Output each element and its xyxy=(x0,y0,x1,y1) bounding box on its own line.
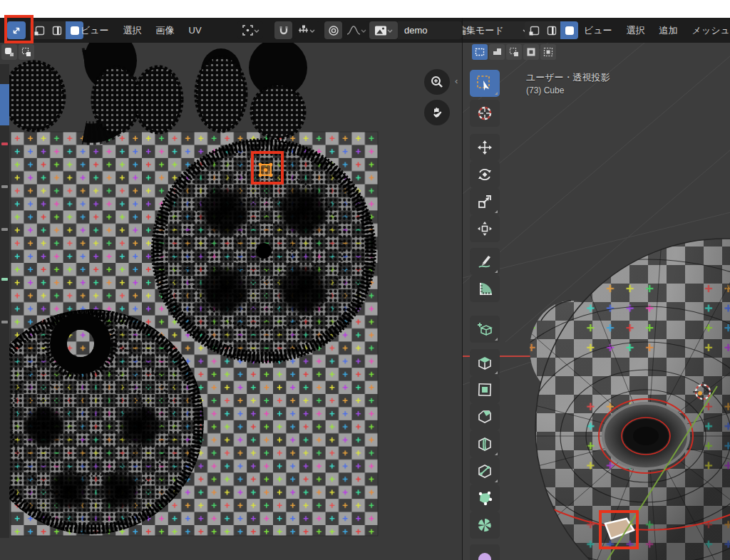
knife-icon xyxy=(476,462,493,479)
magnifier-plus-icon xyxy=(430,75,444,89)
tool-move[interactable] xyxy=(470,134,500,161)
sphere-mesh xyxy=(463,43,730,560)
chevron-down-icon xyxy=(309,28,315,33)
image-browse-dropdown[interactable] xyxy=(369,21,398,39)
pivot-point-icon xyxy=(242,24,254,36)
uv-scene xyxy=(0,43,462,560)
edge-select-icon xyxy=(51,25,63,36)
tool-select-box[interactable] xyxy=(470,70,500,97)
mesh-select-mode-face[interactable] xyxy=(560,21,578,39)
select-option-subtract[interactable] xyxy=(506,44,522,60)
inset-faces-icon xyxy=(476,381,493,398)
select-option-intersect[interactable] xyxy=(540,44,556,60)
object-label: (73) Cube xyxy=(526,85,564,95)
box-set-icon xyxy=(475,47,485,57)
viewport-header: 編集モード ビュー 選択 追加 メッシュ xyxy=(462,18,730,43)
annotation-box-sync-button xyxy=(4,15,34,43)
concentric-circles-icon xyxy=(328,25,339,36)
tool-rotate[interactable] xyxy=(470,161,500,188)
uv-island-disc-bottom xyxy=(0,309,204,534)
annotation-box-3d-face xyxy=(599,510,639,549)
hand-icon xyxy=(431,106,443,119)
mesh-select-mode-vertex[interactable] xyxy=(525,21,543,39)
tool-extrude-region[interactable] xyxy=(470,349,500,376)
viewport-menu-view[interactable]: ビュー xyxy=(577,18,620,43)
measure-icon xyxy=(476,280,493,297)
falloff-dropdown[interactable] xyxy=(343,21,369,39)
tool-add-cube[interactable] xyxy=(470,316,500,343)
proportional-editing-toggle[interactable] xyxy=(324,21,342,39)
annotation-box-uv-face xyxy=(251,151,284,185)
uv-menu-image[interactable]: 画像 xyxy=(149,18,182,43)
tool-cursor[interactable] xyxy=(470,100,500,127)
image-name-field[interactable]: demo xyxy=(398,21,462,39)
snapping-toggle[interactable] xyxy=(274,21,292,39)
pivot-point-dropdown[interactable] xyxy=(237,21,263,39)
uv-editor-canvas[interactable]: ‹ xyxy=(0,43,462,560)
tool-poly-build[interactable] xyxy=(470,484,500,512)
uv-toolbar-clipped[interactable] xyxy=(0,64,9,538)
top-margin xyxy=(0,0,730,18)
annotate-pencil-icon xyxy=(476,253,493,270)
uv-editor-header: ビュー 選択 画像 UV xyxy=(0,18,462,43)
mode-label: 編集モード xyxy=(462,21,504,39)
bevel-icon xyxy=(476,408,493,425)
bell-curve-icon xyxy=(346,25,361,36)
poly-build-icon xyxy=(476,489,493,507)
uv-active-tool-sliver xyxy=(0,84,9,125)
tool-inset-faces[interactable] xyxy=(470,376,500,403)
tool-knife[interactable] xyxy=(470,457,500,484)
collapse-sidebar-arrow[interactable]: ‹ xyxy=(455,76,458,86)
scale-icon xyxy=(476,193,493,210)
viewport-menu-select[interactable]: 選択 xyxy=(620,18,652,43)
viewport-menu-add[interactable]: 追加 xyxy=(652,18,685,43)
zoom-button[interactable] xyxy=(424,69,450,95)
select-option-set[interactable] xyxy=(472,44,488,60)
transform-icon xyxy=(476,220,493,237)
add-cube-icon xyxy=(476,321,493,338)
view-label: ユーザー・透視投影 xyxy=(526,71,610,84)
edge-select-icon xyxy=(546,25,557,36)
tool-spin[interactable] xyxy=(470,512,500,539)
viewport-scene xyxy=(463,43,730,560)
tool-annotate[interactable] xyxy=(470,248,500,275)
select-box-icon xyxy=(476,75,493,92)
image-icon xyxy=(374,25,387,36)
blender-window: ビュー 選択 画像 UV xyxy=(0,0,730,560)
loop-cut-icon xyxy=(476,435,493,452)
uv-menu-view[interactable]: ビュー xyxy=(73,18,116,43)
uv-menu-uv[interactable]: UV xyxy=(182,18,209,43)
snap-increment-icon xyxy=(297,25,309,36)
box-subtract-icon xyxy=(509,47,519,57)
select-option-invert[interactable] xyxy=(523,44,539,60)
spin-icon xyxy=(476,517,493,534)
tool-measure[interactable] xyxy=(470,275,500,302)
chevron-down-icon xyxy=(361,28,366,33)
tool-transform[interactable] xyxy=(470,215,500,242)
smooth-icon xyxy=(476,549,493,560)
select-option-extend[interactable] xyxy=(489,44,505,60)
chevron-down-icon xyxy=(387,28,393,33)
tweak-extend-icon xyxy=(21,47,31,57)
snap-target-dropdown[interactable] xyxy=(293,21,319,39)
uv-tool-option-extend[interactable] xyxy=(19,44,34,60)
mesh-select-mode-edge[interactable] xyxy=(543,21,560,39)
viewport-3d-canvas[interactable]: ユーザー・透視投影 (73) Cube xyxy=(462,43,730,560)
vertex-select-icon xyxy=(528,25,540,36)
magnet-icon xyxy=(278,25,289,36)
tool-loop-cut[interactable] xyxy=(470,430,500,457)
viewport-menu-mesh[interactable]: メッシュ xyxy=(685,18,730,43)
viewport-menubar: ビュー 選択 追加 メッシュ xyxy=(577,18,730,43)
uv-tool-option-set[interactable] xyxy=(1,44,17,60)
vertex-select-icon xyxy=(34,25,45,36)
uv-select-mode-edge[interactable] xyxy=(48,21,66,39)
extrude-region-icon xyxy=(476,354,493,371)
box-extend-icon xyxy=(492,47,502,57)
tool-bevel[interactable] xyxy=(470,403,500,430)
uv-islands-strip xyxy=(4,43,307,138)
uv-menu-select[interactable]: 選択 xyxy=(116,18,149,43)
mesh-select-mode-group xyxy=(525,21,578,39)
tool-scale[interactable] xyxy=(470,188,500,215)
tool-smooth[interactable] xyxy=(470,544,500,560)
pan-button[interactable] xyxy=(424,100,450,125)
